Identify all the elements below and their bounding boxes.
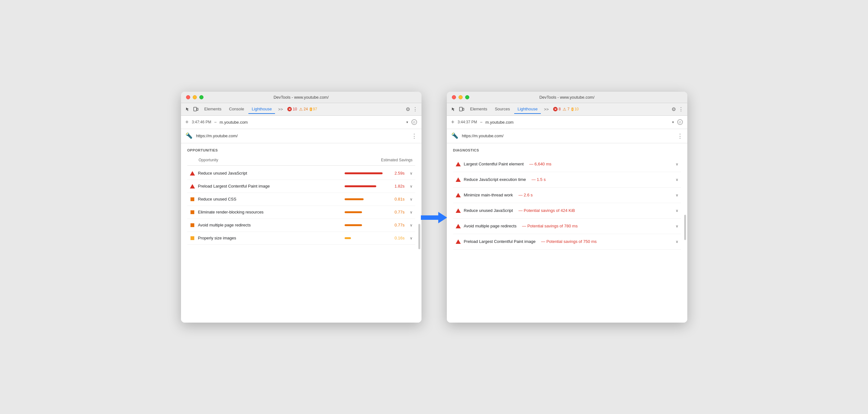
scrollbar-right[interactable] [684,215,686,240]
audit-savings-3: 0.81s [392,197,405,201]
chevron-4[interactable]: ∨ [410,210,413,215]
lighthouse-icon-left: 🔦 [185,132,193,140]
icon-triangle-red-2 [190,184,195,189]
audit-row-5[interactable]: Avoid multiple page redirects 0.77s ∨ [187,219,415,232]
tab-lighthouse-right[interactable]: Lighthouse [514,105,541,114]
diag-label-4: Reduce unused JavaScript [464,208,513,213]
tab-sources-right[interactable]: Sources [492,105,513,114]
diag-value-3: — 2.6 s [517,193,533,197]
diag-chevron-4[interactable]: ∨ [676,209,678,213]
scrollbar-left[interactable] [418,224,420,249]
settings-icon-left[interactable]: ⚙ [406,106,410,112]
tab-lighthouse-left[interactable]: Lighthouse [248,105,275,114]
device-icon[interactable] [193,106,199,112]
audit-label-2: Preload Largest Contentful Paint image [198,184,341,189]
diag-row-4[interactable]: Reduce unused JavaScript — Potential sav… [453,203,681,219]
audit-label-6: Properly size images [198,235,341,241]
settings-icon-right[interactable]: ⚙ [672,106,676,112]
left-title-bar: DevTools - www.youtube.com/ [181,92,422,103]
audit-bar-container-2 [345,185,389,187]
diag-row-6[interactable]: Preload Largest Contentful Paint image —… [453,234,681,250]
error-icon-left: ✕ [287,107,292,111]
cursor-icon[interactable] [185,106,190,112]
arrow-shaft [421,215,438,220]
left-devtools-window: DevTools - www.youtube.com/ Elements Con… [181,92,422,323]
audit-savings-2: 1.82s [392,184,405,189]
blue-arrow [421,212,447,223]
lighthouse-icon-right: 🔦 [451,132,459,140]
badge-orange-right: ⚠ 7 [563,107,569,112]
right-tab-bar: Elements Sources Lighthouse >> ✕ 8 ⚠ 7 i… [447,103,687,116]
chevron-6[interactable]: ∨ [410,236,413,241]
audit-row-2[interactable]: Preload Largest Contentful Paint image 1… [187,180,415,193]
icon-square-yellow-6 [190,235,195,241]
no-icon-left[interactable]: ⊘ [411,119,417,125]
audit-savings-6: 0.16s [392,235,405,241]
diag-savings-5: — Potential savings of 780 ms [521,224,578,228]
audit-row-1[interactable]: Reduce unused JavaScript 2.59s ∨ [187,167,415,180]
address-url-right: m.youtube.com [486,120,669,125]
tab-elements-right[interactable]: Elements [467,105,491,114]
no-icon-right[interactable]: ⊘ [677,119,683,125]
audit-bar-container-1 [345,172,389,174]
audit-row-3[interactable]: Reduce unused CSS 0.81s ∨ [187,193,415,206]
badge-red-left: ✕ 10 [287,107,297,111]
audit-row-6[interactable]: Properly size images 0.16s ∨ [187,232,415,245]
audit-savings-5: 0.77s [392,223,405,227]
audit-savings-4: 0.77s [392,210,405,215]
maximize-button[interactable] [199,95,204,99]
diag-chevron-3[interactable]: ∨ [676,193,678,197]
chevron-2[interactable]: ∨ [410,184,413,189]
tab-elements-left[interactable]: Elements [201,105,225,114]
arrow-head [438,212,447,223]
diag-label-1: Largest Contentful Paint element [464,162,524,166]
url-more-left[interactable]: ⋮ [411,132,417,139]
add-tab-left[interactable]: + [185,119,189,126]
settings-group-left[interactable]: ⚙ ⋮ [406,106,418,112]
settings-group-right[interactable]: ⚙ ⋮ [672,106,683,112]
more-icon-right[interactable]: ⋮ [678,106,683,112]
badge-group-right: ✕ 8 ⚠ 7 i 10 [553,107,579,112]
close-button-right[interactable] [452,95,456,99]
audit-row-4[interactable]: Eliminate render-blocking resources 0.77… [187,206,415,219]
col-opportunity: Opportunity [199,158,218,162]
traffic-lights-right [452,95,469,99]
minimize-button[interactable] [193,95,197,99]
icon-square-orange-3 [190,197,195,202]
audit-bar-6 [345,237,351,239]
add-tab-right[interactable]: + [451,119,455,126]
diag-label-5: Avoid multiple page redirects [464,224,517,228]
address-url-left: m.youtube.com [220,120,403,125]
address-dropdown-right[interactable]: ▾ [672,120,674,124]
address-dropdown-left[interactable]: ▾ [406,120,408,124]
icon-triangle-red-1 [190,171,195,176]
badge-yellow-right: i 10 [571,107,579,111]
chevron-3[interactable]: ∨ [410,197,413,201]
diag-savings-6: — Potential savings of 750 ms [540,239,596,244]
cursor-icon-right[interactable] [451,106,456,112]
diag-row-3[interactable]: Minimize main-thread work — 2.6 s ∨ [453,188,681,203]
svg-rect-2 [460,107,462,111]
diag-chevron-6[interactable]: ∨ [676,240,678,244]
tab-more-left[interactable]: >> [276,107,285,112]
diag-chevron-5[interactable]: ∨ [676,224,678,228]
device-icon-right[interactable] [459,106,465,112]
chevron-5[interactable]: ∨ [410,223,413,227]
chevron-1[interactable]: ∨ [410,171,413,176]
badge-orange-left: ⚠ 24 [299,107,308,112]
minimize-button-right[interactable] [459,95,463,99]
more-icon-left[interactable]: ⋮ [413,106,418,112]
diag-row-2[interactable]: Reduce JavaScript execution time — 1.5 s… [453,172,681,188]
maximize-button-right[interactable] [465,95,469,99]
diag-chevron-2[interactable]: ∨ [676,178,678,182]
diag-chevron-1[interactable]: ∨ [676,162,678,166]
tab-console-left[interactable]: Console [226,105,247,114]
table-header-left: Opportunity Estimated Savings [187,157,415,166]
diag-icon-2 [456,177,461,182]
diag-row-5[interactable]: Avoid multiple page redirects — Potentia… [453,219,681,234]
tab-more-right[interactable]: >> [542,107,551,112]
url-more-right[interactable]: ⋮ [677,132,683,139]
close-button[interactable] [186,95,190,99]
diag-row-1[interactable]: Largest Contentful Paint element — 6,640… [453,157,681,172]
traffic-lights-left [186,95,204,99]
